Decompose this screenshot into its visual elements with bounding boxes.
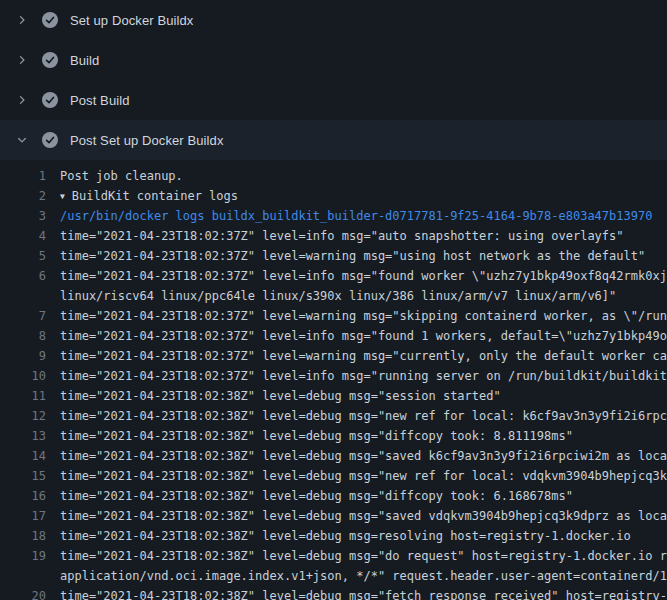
section-header-post-set-up-docker-buildx[interactable]: Post Set up Docker Buildx	[0, 120, 667, 160]
section-header-build[interactable]: Build	[0, 40, 667, 80]
log-row: 19time="2021-04-23T18:02:38Z" level=debu…	[0, 546, 667, 566]
line-number[interactable]: 16	[0, 486, 46, 506]
log-row: 17time="2021-04-23T18:02:38Z" level=debu…	[0, 506, 667, 526]
log-row: 8time="2021-04-23T18:02:37Z" level=info …	[0, 326, 667, 346]
log-text: time="2021-04-23T18:02:38Z" level=debug …	[46, 546, 667, 566]
line-number	[0, 566, 46, 586]
line-number[interactable]: 19	[0, 546, 46, 566]
line-number[interactable]: 12	[0, 406, 46, 426]
sections: Set up Docker BuildxBuildPost BuildPost …	[0, 0, 667, 160]
log-row: 4time="2021-04-23T18:02:37Z" level=info …	[0, 226, 667, 246]
check-circle-icon	[42, 132, 58, 148]
log-text: time="2021-04-23T18:02:38Z" level=debug …	[46, 526, 667, 546]
line-number[interactable]: 1	[0, 166, 46, 186]
log-row: 20time="2021-04-23T18:02:38Z" level=debu…	[0, 586, 667, 600]
log-text: application/vnd.oci.image.index.v1+json,…	[46, 566, 667, 586]
log-row: 10time="2021-04-23T18:02:37Z" level=info…	[0, 366, 667, 386]
log-row: 1Post job cleanup.	[0, 166, 667, 186]
log-text: Post job cleanup.	[46, 166, 667, 186]
log-text: linux/riscv64 linux/ppc64le linux/s390x …	[46, 286, 667, 306]
chevron-right-icon	[16, 94, 28, 106]
section-header-set-up-docker-buildx[interactable]: Set up Docker Buildx	[0, 0, 667, 40]
section-header-post-build[interactable]: Post Build	[0, 80, 667, 120]
group-caret-icon[interactable]: ▼	[60, 187, 65, 206]
log-text: time="2021-04-23T18:02:37Z" level=warnin…	[46, 246, 667, 266]
log-group-line: ▼BuildKit container logs	[46, 186, 667, 206]
log-row: 12time="2021-04-23T18:02:38Z" level=debu…	[0, 406, 667, 426]
log-text: time="2021-04-23T18:02:37Z" level=info m…	[46, 366, 667, 386]
log-command-text: /usr/bin/docker logs buildx_buildkit_bui…	[46, 206, 667, 226]
log-text: time="2021-04-23T18:02:38Z" level=debug …	[46, 426, 667, 446]
line-number[interactable]: 4	[0, 226, 46, 246]
line-number[interactable]: 17	[0, 506, 46, 526]
section-label: Build	[70, 53, 99, 68]
log-text: time="2021-04-23T18:02:37Z" level=info m…	[46, 266, 667, 286]
log-row: 3/usr/bin/docker logs buildx_buildkit_bu…	[0, 206, 667, 226]
log-row: 15time="2021-04-23T18:02:38Z" level=debu…	[0, 466, 667, 486]
log-text: time="2021-04-23T18:02:37Z" level=info m…	[46, 326, 667, 346]
log-text: time="2021-04-23T18:02:38Z" level=debug …	[46, 406, 667, 426]
log-row: 6time="2021-04-23T18:02:37Z" level=info …	[0, 266, 667, 286]
chevron-right-icon	[16, 54, 28, 66]
section-label: Post Build	[70, 93, 130, 108]
line-number	[0, 286, 46, 306]
line-number[interactable]: 2	[0, 186, 46, 206]
line-number[interactable]: 11	[0, 386, 46, 406]
log-row: application/vnd.oci.image.index.v1+json,…	[0, 566, 667, 586]
line-number[interactable]: 9	[0, 346, 46, 366]
log-text: time="2021-04-23T18:02:38Z" level=debug …	[46, 486, 667, 506]
line-number[interactable]: 14	[0, 446, 46, 466]
check-circle-icon	[42, 92, 58, 108]
log-text: time="2021-04-23T18:02:38Z" level=debug …	[46, 466, 667, 486]
log-row: 16time="2021-04-23T18:02:38Z" level=debu…	[0, 486, 667, 506]
line-number[interactable]: 6	[0, 266, 46, 286]
group-title[interactable]: BuildKit container logs	[72, 189, 238, 203]
log-row: 11time="2021-04-23T18:02:38Z" level=debu…	[0, 386, 667, 406]
log-row: 2▼BuildKit container logs	[0, 186, 667, 206]
check-circle-icon	[42, 52, 58, 68]
chevron-down-icon	[16, 134, 28, 146]
line-number[interactable]: 20	[0, 586, 46, 600]
chevron-right-icon	[16, 14, 28, 26]
line-number[interactable]: 13	[0, 426, 46, 446]
log-row: 14time="2021-04-23T18:02:38Z" level=debu…	[0, 446, 667, 466]
log-row: 9time="2021-04-23T18:02:37Z" level=warni…	[0, 346, 667, 366]
log-text: time="2021-04-23T18:02:38Z" level=debug …	[46, 446, 667, 466]
log-text: time="2021-04-23T18:02:37Z" level=info m…	[46, 226, 667, 246]
workflow-log-viewer: Set up Docker BuildxBuildPost BuildPost …	[0, 0, 667, 600]
line-number[interactable]: 3	[0, 206, 46, 226]
line-number[interactable]: 5	[0, 246, 46, 266]
log-text: time="2021-04-23T18:02:38Z" level=debug …	[46, 386, 667, 406]
log-pane: 1Post job cleanup.2▼BuildKit container l…	[0, 160, 667, 600]
line-number[interactable]: 10	[0, 366, 46, 386]
log-row: 13time="2021-04-23T18:02:38Z" level=debu…	[0, 426, 667, 446]
log-row: 5time="2021-04-23T18:02:37Z" level=warni…	[0, 246, 667, 266]
line-number[interactable]: 8	[0, 326, 46, 346]
section-label: Post Set up Docker Buildx	[70, 133, 224, 148]
log-text: time="2021-04-23T18:02:38Z" level=debug …	[46, 586, 667, 600]
check-circle-icon	[42, 12, 58, 28]
section-label: Set up Docker Buildx	[70, 13, 193, 28]
log-row: linux/riscv64 linux/ppc64le linux/s390x …	[0, 286, 667, 306]
log-text: time="2021-04-23T18:02:38Z" level=debug …	[46, 506, 667, 526]
log-text: time="2021-04-23T18:02:37Z" level=warnin…	[46, 306, 667, 326]
line-number[interactable]: 15	[0, 466, 46, 486]
log-row: 18time="2021-04-23T18:02:38Z" level=debu…	[0, 526, 667, 546]
log-text: time="2021-04-23T18:02:37Z" level=warnin…	[46, 346, 667, 366]
line-number[interactable]: 7	[0, 306, 46, 326]
log-row: 7time="2021-04-23T18:02:37Z" level=warni…	[0, 306, 667, 326]
line-number[interactable]: 18	[0, 526, 46, 546]
